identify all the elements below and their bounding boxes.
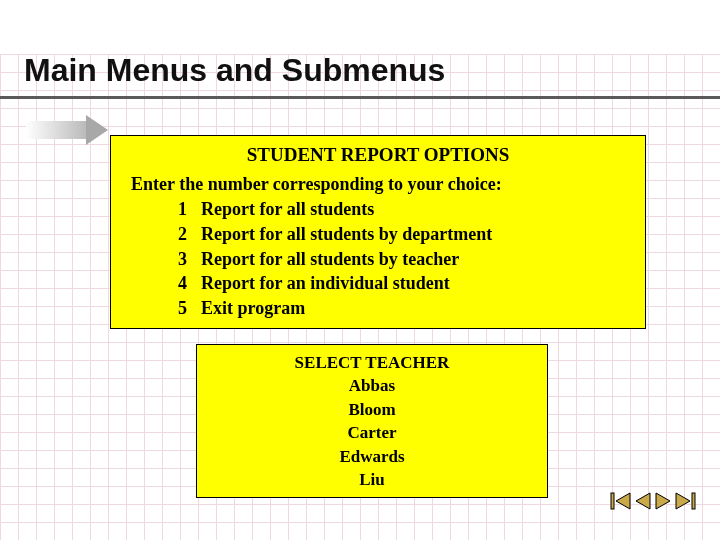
svg-marker-4 [676, 493, 690, 509]
svg-marker-1 [616, 493, 630, 509]
menu-option: 4 Report for an individual student [163, 271, 631, 296]
slide-title: Main Menus and Submenus [24, 52, 445, 89]
main-menu-options: 1 Report for all students 2 Report for a… [163, 197, 631, 321]
menu-option: 1 Report for all students [163, 197, 631, 222]
prev-slide-icon[interactable] [634, 492, 652, 510]
menu-option-label: Report for all students by department [201, 222, 492, 247]
menu-option-number: 2 [163, 222, 187, 247]
menu-option-label: Report for an individual student [201, 271, 450, 296]
submenu-item: Bloom [207, 398, 537, 421]
menu-option: 2 Report for all students by department [163, 222, 631, 247]
submenu-heading: SELECT TEACHER [207, 351, 537, 374]
main-menu-panel: STUDENT REPORT OPTIONS Enter the number … [110, 135, 646, 329]
main-menu-prompt: Enter the number corresponding to your c… [131, 174, 631, 195]
submenu-panel: SELECT TEACHER Abbas Bloom Carter Edward… [196, 344, 548, 498]
last-slide-icon[interactable] [674, 492, 696, 510]
main-menu-heading: STUDENT REPORT OPTIONS [125, 144, 631, 166]
svg-marker-2 [636, 493, 650, 509]
top-white-band [0, 0, 720, 54]
decorative-arrow-icon [26, 115, 112, 145]
svg-rect-0 [611, 493, 614, 509]
menu-option-number: 1 [163, 197, 187, 222]
menu-option-label: Exit program [201, 296, 305, 321]
submenu-item: Liu [207, 468, 537, 491]
submenu-item: Abbas [207, 374, 537, 397]
title-underline [0, 96, 720, 99]
menu-option-number: 5 [163, 296, 187, 321]
menu-option: 3 Report for all students by teacher [163, 247, 631, 272]
svg-marker-3 [656, 493, 670, 509]
svg-rect-5 [692, 493, 695, 509]
menu-option-label: Report for all students [201, 197, 374, 222]
menu-option-label: Report for all students by teacher [201, 247, 459, 272]
submenu-item: Edwards [207, 445, 537, 468]
menu-option: 5 Exit program [163, 296, 631, 321]
menu-option-number: 3 [163, 247, 187, 272]
next-slide-icon[interactable] [654, 492, 672, 510]
first-slide-icon[interactable] [610, 492, 632, 510]
slide-nav-controls [610, 492, 696, 510]
submenu-item: Carter [207, 421, 537, 444]
menu-option-number: 4 [163, 271, 187, 296]
